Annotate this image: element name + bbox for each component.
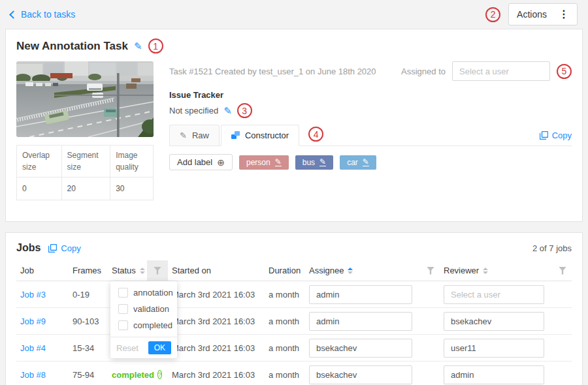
param-value-overlap: 0 [17, 177, 62, 200]
reviewer-input[interactable] [444, 285, 544, 304]
jobs-copy-link[interactable]: Copy [48, 243, 80, 253]
labels-constructor: Add label ⊕ person ✎ bus ✎ car ✎ [169, 146, 572, 170]
jobs-table: Job Frames Status Started on Duration As… [16, 260, 572, 385]
status-filter-button[interactable] [147, 260, 168, 281]
copy-icon [540, 131, 548, 140]
assigned-to-input[interactable] [452, 61, 550, 81]
job-duration: a month [265, 290, 305, 300]
col-frames: Frames [69, 266, 108, 275]
labels-copy-link[interactable]: Copy [540, 131, 572, 140]
add-label-text: Add label [177, 157, 212, 167]
add-label-button[interactable]: Add label ⊕ [169, 154, 233, 170]
checkbox[interactable] [118, 320, 128, 330]
param-header-overlap: Overlap size [17, 146, 62, 177]
col-job: Job [16, 266, 69, 275]
callout-4: 4 [308, 127, 323, 142]
label-car-name: car [347, 158, 358, 167]
job-frames: 15-34 [69, 343, 108, 353]
issue-tracker-value: Not specified [169, 106, 218, 116]
edit-label-person-icon[interactable]: ✎ [275, 158, 282, 166]
reviewer-input[interactable] [444, 365, 544, 384]
col-reviewer-sorter[interactable]: Reviewer [440, 266, 553, 275]
assignee-filter-button[interactable] [421, 260, 440, 281]
filter-funnel-icon [427, 267, 434, 275]
reviewer-input[interactable] [444, 312, 544, 331]
filter-option-label: annotation [133, 288, 173, 298]
jobs-count: 2 of 7 jobs [532, 243, 572, 253]
label-person-name: person [246, 158, 270, 167]
col-status-sorter[interactable]: Status [108, 266, 147, 275]
job-status: completed [112, 370, 154, 380]
tab-raw[interactable]: ✎ Raw [169, 125, 220, 146]
job-duration: a month [265, 316, 305, 326]
filter-option-completed[interactable]: completed [110, 317, 177, 333]
raw-pencil-icon: ✎ [180, 131, 187, 140]
filter-option-annotation[interactable]: annotation [110, 285, 177, 301]
actions-button[interactable]: Actions ⋮ [508, 3, 578, 25]
filter-reset-button[interactable]: Reset [116, 343, 139, 353]
edit-issue-tracker-icon[interactable]: ✎ [223, 106, 232, 116]
callout-5: 5 [557, 64, 572, 79]
sort-carets-icon [483, 268, 488, 274]
edit-label-car-icon[interactable]: ✎ [363, 158, 369, 166]
issue-tracker-label: Issue Tracker [169, 90, 572, 100]
assignee-input[interactable] [309, 339, 412, 358]
job-link[interactable]: Job #4 [16, 343, 69, 353]
filter-ok-button[interactable]: OK [148, 341, 171, 354]
assignee-input[interactable] [309, 285, 412, 304]
job-started: March 3rd 2021 16:03 [168, 290, 265, 300]
tab-raw-label: Raw [192, 131, 209, 140]
task-meta: Task #1521 Created by test_user_1 on Jun… [169, 67, 376, 76]
param-header-quality: Image quality [110, 146, 154, 177]
param-header-segment: Segment size [61, 146, 110, 177]
param-value-quality: 30 [110, 177, 154, 200]
filter-option-validation[interactable]: validation [110, 301, 177, 317]
label-chip-person[interactable]: person ✎ [239, 155, 289, 170]
assignee-input[interactable] [309, 312, 412, 331]
param-value-segment: 20 [61, 177, 110, 200]
label-bus-name: bus [302, 158, 315, 167]
top-bar: Back to tasks 2 Actions ⋮ [0, 0, 588, 29]
col-duration: Duration [265, 266, 305, 275]
checkbox[interactable] [118, 288, 128, 298]
task-title: New Annotation Task [16, 40, 128, 53]
question-circle-icon[interactable]: ? [157, 370, 162, 379]
sort-carets-icon [348, 268, 353, 274]
job-row: Job #4 15-34 March 3rd 2021 16:03 a mont… [16, 335, 572, 362]
filter-funnel-icon [559, 267, 566, 275]
edit-task-name-icon[interactable]: ✎ [134, 41, 142, 51]
chevron-left-icon [9, 10, 18, 19]
task-preview-image [16, 61, 154, 137]
job-frames: 75-94 [69, 370, 108, 380]
reviewer-input[interactable] [444, 339, 544, 358]
label-chip-car[interactable]: car ✎ [340, 155, 376, 170]
task-params-table: Overlap size Segment size Image quality … [16, 145, 154, 200]
back-to-tasks-label: Back to tasks [21, 9, 75, 20]
job-link[interactable]: Job #9 [16, 316, 69, 326]
job-link[interactable]: Job #3 [16, 290, 69, 300]
reviewer-filter-button[interactable] [553, 260, 572, 281]
actions-label: Actions [517, 9, 547, 20]
callout-1: 1 [148, 38, 163, 54]
col-assignee-sorter[interactable]: Assignee [305, 266, 421, 275]
job-link[interactable]: Job #8 [16, 370, 69, 380]
checkbox[interactable] [118, 304, 128, 314]
filter-funnel-icon [154, 267, 161, 275]
job-row: Job #3 0-19 March 3rd 2021 16:03 a month [16, 281, 572, 308]
plus-circle-icon: ⊕ [217, 158, 225, 167]
labels-copy-label: Copy [552, 131, 572, 140]
label-chip-bus[interactable]: bus ✎ [295, 155, 333, 170]
col-status-label: Status [112, 266, 136, 275]
job-frames: 0-19 [69, 290, 108, 300]
job-row: Job #9 90-103 March 3rd 2021 16:03 a mon… [16, 308, 572, 335]
assigned-to-label: Assigned to [401, 67, 446, 76]
tab-constructor[interactable]: Constructor [221, 125, 299, 146]
callout-2: 2 [485, 7, 500, 22]
assignee-input[interactable] [309, 365, 412, 384]
constructor-icon [231, 131, 240, 140]
copy-icon [48, 244, 57, 253]
status-filter-dropdown: annotation validation completed Reset OK [110, 281, 177, 358]
edit-label-bus-icon[interactable]: ✎ [319, 158, 326, 166]
job-started: March 3rd 2021 16:03 [168, 316, 265, 326]
back-to-tasks-link[interactable]: Back to tasks [10, 9, 75, 20]
